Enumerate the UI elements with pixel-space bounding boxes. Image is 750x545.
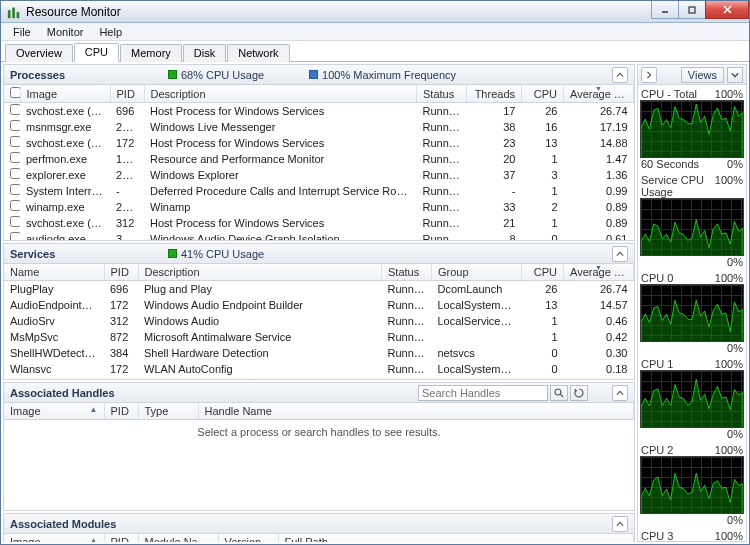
cell-pid: 696 <box>110 103 144 119</box>
svc-col-status[interactable]: Status <box>382 264 432 281</box>
process-row[interactable]: svchost.exe (LocalSystemNet... 172 Host … <box>4 135 634 151</box>
tab-memory[interactable]: Memory <box>120 44 182 62</box>
menu-file[interactable]: File <box>5 25 39 39</box>
col-pid[interactable]: PID <box>110 85 144 103</box>
svc-col-group[interactable]: Group <box>432 264 522 281</box>
row-checkbox[interactable] <box>10 120 20 131</box>
handles-header[interactable]: Associated Handles <box>4 383 634 403</box>
row-checkbox[interactable] <box>10 216 20 227</box>
chart-title: CPU 0 <box>641 272 673 284</box>
svc-col-pid[interactable]: PID <box>104 264 138 281</box>
process-row[interactable]: svchost.exe (DcomLaunch) 696 Host Proces… <box>4 103 634 119</box>
process-row[interactable]: perfmon.exe 1192 Resource and Performanc… <box>4 151 634 167</box>
tab-overview[interactable]: Overview <box>5 44 73 62</box>
m-col-version[interactable]: Version <box>218 534 278 542</box>
m-col-pid[interactable]: PID <box>104 534 138 542</box>
search-handles-input[interactable] <box>418 385 548 401</box>
service-row[interactable]: ShellHWDetection 384 Shell Hardware Dete… <box>4 345 634 361</box>
col-threads[interactable]: Threads <box>467 85 522 103</box>
collapse-modules-button[interactable] <box>612 516 628 532</box>
m-col-path[interactable]: Full Path <box>278 534 634 542</box>
cell-pid: 1192 <box>110 151 144 167</box>
row-checkbox[interactable] <box>10 184 20 195</box>
m-col-module[interactable]: Module Name <box>138 534 218 542</box>
minimize-button[interactable] <box>651 1 679 19</box>
menu-monitor[interactable]: Monitor <box>39 25 92 39</box>
process-row[interactable]: explorer.exe 2412 Windows Explorer Runni… <box>4 167 634 183</box>
cell-name: Dhcp <box>4 377 104 380</box>
svc-col-description[interactable]: Description <box>138 264 382 281</box>
cell-group: DcomLaunch <box>432 281 522 297</box>
svc-cpu-text: 41% CPU Usage <box>181 248 264 260</box>
cell-desc: Windows Live Messenger <box>144 119 417 135</box>
col-check[interactable] <box>4 85 20 103</box>
services-grid-scroll[interactable]: Name PID Description Status Group CPU ▼A… <box>4 264 634 379</box>
services-header[interactable]: Services 41% CPU Usage <box>4 244 634 264</box>
row-checkbox[interactable] <box>10 152 20 163</box>
tab-disk[interactable]: Disk <box>183 44 226 62</box>
col-description[interactable]: Description <box>144 85 417 103</box>
h-col-type[interactable]: Type <box>138 403 198 420</box>
row-checkbox[interactable] <box>10 168 20 179</box>
close-button[interactable] <box>705 1 749 19</box>
service-row[interactable]: Wlansvc 172 WLAN AutoConfig Running Loca… <box>4 361 634 377</box>
select-all-checkbox[interactable] <box>10 87 20 98</box>
clear-search-button[interactable] <box>570 385 588 401</box>
cell-status: Running <box>382 361 432 377</box>
window-buttons <box>652 1 749 19</box>
row-checkbox[interactable] <box>10 136 20 147</box>
col-cpu[interactable]: CPU <box>522 85 564 103</box>
search-button[interactable] <box>550 385 568 401</box>
cell-avg: 0.99 <box>564 183 634 199</box>
svg-rect-0 <box>8 10 11 18</box>
views-button[interactable]: Views <box>681 67 724 83</box>
chart-max: 100% <box>715 88 743 100</box>
svc-col-name[interactable]: Name <box>4 264 104 281</box>
cell-status: Running <box>417 135 467 151</box>
cell-desc: Microsoft Antimalware Service <box>138 329 382 345</box>
h-col-pid[interactable]: PID <box>104 403 138 420</box>
svc-col-avg[interactable]: ▼Average CPU <box>564 264 634 281</box>
cell-cpu: 1 <box>522 313 564 329</box>
m-col-image[interactable]: Image▲ <box>4 534 104 542</box>
chart-max: 100% <box>715 174 743 198</box>
handles-body: Select a process or search handles to se… <box>4 420 634 510</box>
cell-pid: 2680 <box>110 119 144 135</box>
service-row[interactable]: MsMpSvc 872 Microsoft Antimalware Servic… <box>4 329 634 345</box>
collapse-charts-button[interactable] <box>641 67 657 83</box>
process-row[interactable]: audiodg.exe 3784 Windows Audio Device Gr… <box>4 231 634 241</box>
svc-col-cpu[interactable]: CPU <box>522 264 564 281</box>
col-status[interactable]: Status <box>417 85 467 103</box>
collapse-handles-button[interactable] <box>612 385 628 401</box>
cell-threads: 37 <box>467 167 522 183</box>
col-image[interactable]: Image <box>20 85 110 103</box>
process-row[interactable]: System Interrupts - Deferred Procedure C… <box>4 183 634 199</box>
processes-grid-scroll[interactable]: Image PID Description Status Threads CPU… <box>4 85 634 240</box>
maximize-button[interactable] <box>678 1 706 19</box>
service-row[interactable]: AudioSrv 312 Windows Audio Running Local… <box>4 313 634 329</box>
charts-body[interactable]: CPU - Total100% 60 Seconds0%Service CPU … <box>638 85 746 541</box>
mini-chart: CPU - Total100% 60 Seconds0% <box>640 88 744 170</box>
modules-header[interactable]: Associated Modules <box>4 514 634 534</box>
service-row[interactable]: PlugPlay 696 Plug and Play Running DcomL… <box>4 281 634 297</box>
service-row[interactable]: AudioEndpointBuilder 172 Windows Audio E… <box>4 297 634 313</box>
tab-cpu[interactable]: CPU <box>74 43 119 62</box>
processes-header[interactable]: Processes 68% CPU Usage 100% Maximum Fre… <box>4 65 634 85</box>
row-checkbox[interactable] <box>10 200 20 211</box>
service-row[interactable]: Dhcp 312 DHCP Client Running LocalServic… <box>4 377 634 380</box>
collapse-services-button[interactable] <box>612 246 628 262</box>
h-col-image[interactable]: Image▲ <box>4 403 104 420</box>
tab-network[interactable]: Network <box>227 44 289 62</box>
process-row[interactable]: svchost.exe (LocalServiceNet... 312 Host… <box>4 215 634 231</box>
collapse-processes-button[interactable] <box>612 67 628 83</box>
col-avg-cpu[interactable]: ▼Average CPU <box>564 85 634 103</box>
cell-pid: 312 <box>110 215 144 231</box>
menu-help[interactable]: Help <box>91 25 130 39</box>
sort-asc-icon: ▲ <box>90 405 98 414</box>
row-checkbox[interactable] <box>10 232 20 240</box>
views-dropdown-button[interactable] <box>727 67 743 83</box>
process-row[interactable]: msnmsgr.exe 2680 Windows Live Messenger … <box>4 119 634 135</box>
h-col-handle-name[interactable]: Handle Name <box>198 403 634 420</box>
process-row[interactable]: winamp.exe 2228 Winamp Running 33 2 0.89 <box>4 199 634 215</box>
row-checkbox[interactable] <box>10 104 20 115</box>
